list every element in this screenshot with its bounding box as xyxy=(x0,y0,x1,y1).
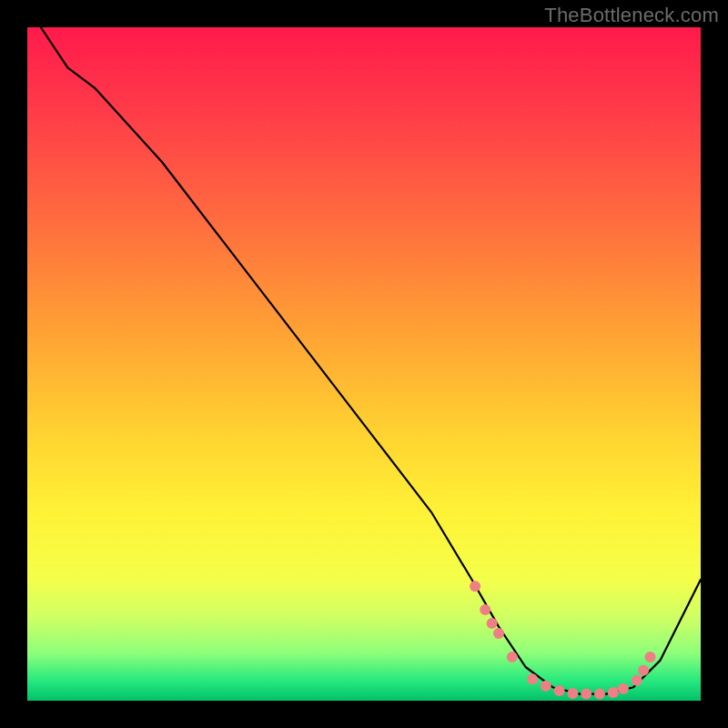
marker-dot xyxy=(632,675,642,686)
marker-dot xyxy=(470,581,480,592)
marker-dot xyxy=(645,652,656,662)
marker-dot xyxy=(480,604,490,615)
marker-group xyxy=(470,581,655,699)
marker-dot xyxy=(567,688,578,699)
marker-dot xyxy=(507,652,518,662)
marker-dot xyxy=(527,673,538,684)
plot-area xyxy=(27,27,701,701)
curve-path xyxy=(41,27,701,694)
marker-dot xyxy=(594,689,605,700)
marker-dot xyxy=(581,689,592,700)
chart-frame: TheBottleneck.com xyxy=(0,0,728,728)
marker-dot xyxy=(541,681,551,692)
marker-dot xyxy=(638,665,649,676)
marker-dot xyxy=(487,618,498,629)
marker-dot xyxy=(608,687,619,698)
marker-dot xyxy=(493,628,504,639)
marker-dot xyxy=(618,683,629,694)
marker-dot xyxy=(554,685,565,696)
watermark-text: TheBottleneck.com xyxy=(544,4,719,27)
plot-svg xyxy=(27,27,701,701)
